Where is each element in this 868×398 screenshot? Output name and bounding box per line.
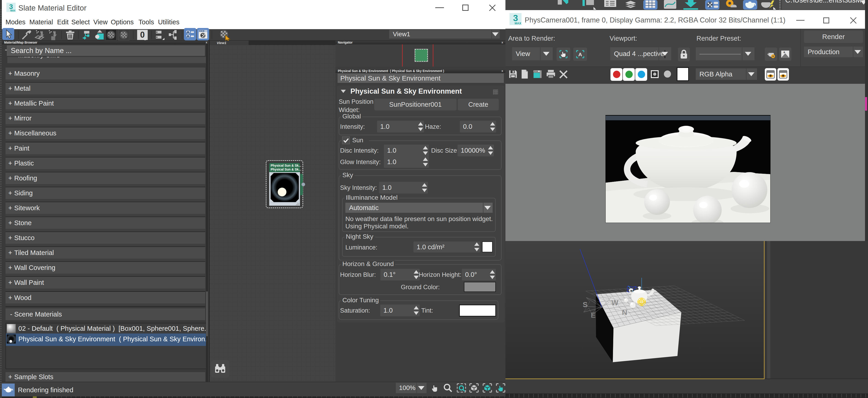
svg-text:N: N [622, 308, 627, 316]
svg-text:E: E [591, 311, 595, 319]
svg-text:A: A [578, 51, 582, 57]
svg-text:+: + [783, 50, 785, 54]
svg-text:S: S [583, 301, 588, 309]
svg-text:MAX: MAX [515, 22, 521, 25]
svg-text:MAX: MAX [10, 9, 16, 12]
svg-text:W: W [611, 298, 619, 307]
